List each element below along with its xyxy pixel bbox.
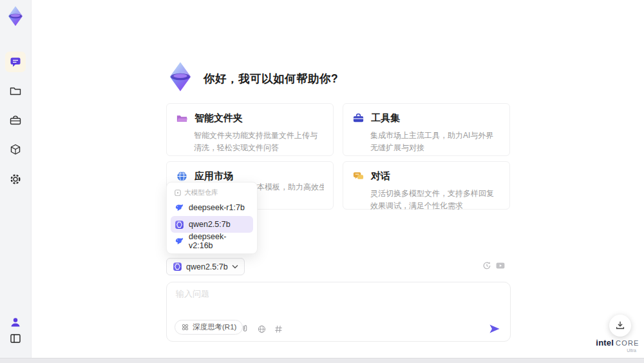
- purple-folder-icon: [176, 112, 188, 124]
- hero-logo-icon: [164, 61, 196, 93]
- model-option-label: qwen2.5:7b: [189, 220, 231, 229]
- model-dropdown-header: 大模型仓库: [167, 186, 257, 199]
- chevron-down-icon: [232, 264, 238, 269]
- app-logo-icon: [5, 5, 26, 27]
- model-selector-value: qwen2.5:7b: [186, 262, 228, 271]
- qwen-icon: [173, 262, 182, 271]
- model-option-label: deepseek-v2:16b: [189, 232, 249, 250]
- repository-icon: [175, 190, 181, 196]
- model-option-deepseek-r1[interactable]: deepseek-r1:7b: [171, 199, 253, 216]
- core-tier-label: Ultra: [596, 348, 639, 353]
- deep-think-label: 深度思考(R1): [193, 322, 236, 332]
- qwen-icon: [175, 220, 184, 230]
- window-bottom-edge: [0, 358, 644, 363]
- card-title: 智能文件夹: [194, 112, 243, 124]
- composer: 深度思考(R1): [166, 282, 511, 342]
- composer-tools: [240, 324, 283, 334]
- deepseek-icon: [175, 203, 184, 213]
- model-selector[interactable]: qwen2.5:7b: [166, 258, 245, 275]
- core-wordmark: CORE: [616, 339, 639, 347]
- app-window: 你好，我可以如何帮助你? 智能文件夹 智能文件夹功能支持批量文件上传与清洗，轻松…: [0, 0, 644, 363]
- card-desc-visible-fragment: 本模板，助力高效生成多: [257, 181, 324, 193]
- toolbox-icon: [352, 112, 365, 124]
- deepseek-icon: [175, 237, 184, 246]
- sidebar-item-folders[interactable]: [9, 84, 22, 97]
- send-icon[interactable]: [488, 322, 501, 335]
- model-dropdown-header-label: 大模型仓库: [184, 188, 218, 197]
- greeting-title: 你好，我可以如何帮助你?: [204, 71, 338, 86]
- video-icon[interactable]: [495, 260, 506, 271]
- intel-wordmark: intel: [596, 338, 614, 348]
- model-option-qwen[interactable]: qwen2.5:7b: [171, 216, 253, 233]
- card-title: 应用市场: [194, 170, 233, 182]
- card-desc: 集成市场上主流工具，助力AI与外界无缝扩展与对接: [370, 130, 500, 153]
- globe-icon[interactable]: [257, 324, 267, 334]
- message-input[interactable]: [175, 287, 486, 315]
- model-option-deepseek-v2[interactable]: deepseek-v2:16b: [171, 233, 253, 250]
- sidebar-item-toolbox[interactable]: [9, 114, 22, 127]
- card-smart-folder[interactable]: 智能文件夹 智能文件夹功能支持批量文件上传与清洗，轻松实现文件问答: [166, 103, 334, 156]
- card-toolset[interactable]: 工具集 集成市场上主流工具，助力AI与外界无缝扩展与对接: [343, 103, 510, 156]
- chat-bubble-icon: [9, 55, 22, 68]
- parameters-icon[interactable]: [274, 324, 283, 334]
- sidebar-item-models[interactable]: [9, 143, 22, 156]
- sidebar-item-panel-toggle[interactable]: [9, 332, 22, 345]
- card-title: 工具集: [371, 112, 400, 124]
- model-dropdown: 大模型仓库 deepseek-r1:7b qwen2.5:7b: [166, 182, 258, 254]
- card-desc: 智能文件夹功能支持批量文件上传与清洗，轻松实现文件问答: [194, 130, 324, 153]
- model-option-label: deepseek-r1:7b: [189, 203, 245, 212]
- download-icon: [614, 320, 626, 331]
- card-conversation[interactable]: 对话 灵活切换多模型文件，支持多样回复效果调试，满足个性化需求: [343, 161, 510, 210]
- deep-think-icon: [181, 323, 189, 331]
- attachment-icon[interactable]: [240, 324, 250, 334]
- intel-core-badge: intel CORE Ultra: [596, 338, 639, 353]
- app-market-icon: [176, 170, 188, 182]
- deep-think-toggle[interactable]: 深度思考(R1): [175, 320, 243, 335]
- history-icon[interactable]: [482, 260, 492, 271]
- sidebar: [0, 0, 32, 363]
- download-button[interactable]: [609, 315, 631, 337]
- sidebar-item-settings[interactable]: [9, 173, 22, 186]
- card-title: 对话: [371, 170, 390, 182]
- card-desc: 灵活切换多模型文件，支持多样回复效果调试，满足个性化需求: [370, 188, 500, 211]
- yellow-chat-icon: [352, 170, 365, 182]
- sidebar-item-account[interactable]: [9, 316, 22, 329]
- sidebar-item-chat[interactable]: [5, 52, 26, 72]
